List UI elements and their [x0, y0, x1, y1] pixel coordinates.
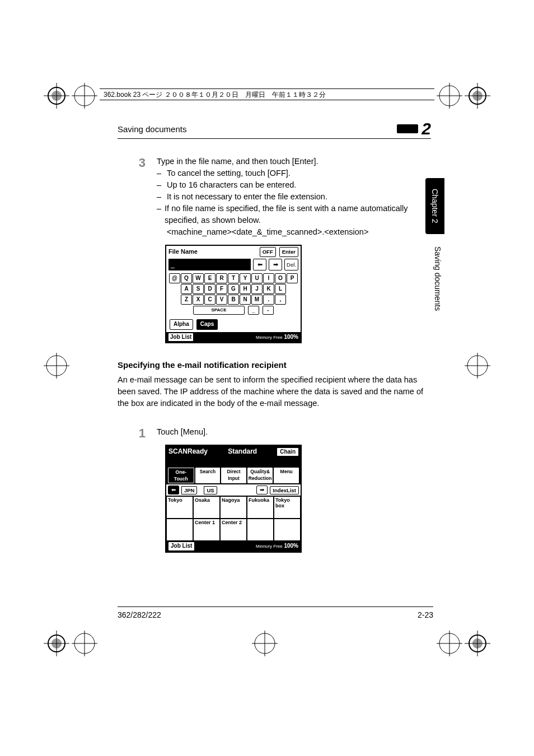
- tab[interactable]: Menu: [274, 468, 299, 484]
- memory-pct: 100%: [284, 543, 298, 549]
- tab[interactable]: Quality& Reduction: [247, 468, 273, 484]
- reg-cross: [72, 631, 97, 656]
- step-number: 1: [118, 426, 146, 553]
- loc-jpn[interactable]: JPN: [181, 486, 197, 495]
- lcd-scan-panel: SCANReady Standard Chain One-TouchSearch…: [165, 445, 302, 553]
- key[interactable]: Q: [181, 273, 192, 283]
- key[interactable]: E: [204, 273, 216, 283]
- ready-label: Ready: [188, 447, 208, 455]
- key[interactable]: M: [251, 295, 263, 305]
- key[interactable]: P: [287, 273, 298, 283]
- reg-cross: [252, 631, 278, 656]
- arrow-right-icon[interactable]: ➡: [269, 259, 282, 270]
- key[interactable]: @: [169, 273, 180, 283]
- lcd-keyboard-panel: File Name OFF Enter _ ⬅ ➡ Del. @QWERTYUI…: [165, 245, 302, 343]
- indexlist-button[interactable]: IndexList: [270, 486, 299, 495]
- footer-page: 2-23: [418, 610, 433, 619]
- reg-mark: [44, 83, 69, 109]
- key[interactable]: K: [263, 284, 274, 294]
- key[interactable]: N: [240, 295, 251, 305]
- tab-block: [397, 124, 418, 133]
- one-touch-cell[interactable]: [247, 519, 274, 541]
- key[interactable]: T: [228, 273, 239, 283]
- one-touch-cell[interactable]: Center 2: [220, 519, 247, 541]
- tab[interactable]: Search: [195, 468, 221, 484]
- reg-cross: [44, 353, 69, 379]
- arrow-left-icon[interactable]: ⬅: [253, 259, 266, 270]
- reg-cross: [72, 83, 97, 109]
- reg-mark: [44, 631, 69, 656]
- standard-label: Standard: [228, 447, 257, 456]
- one-touch-cell[interactable]: Tokyo box: [274, 496, 301, 519]
- loc-us[interactable]: US: [204, 486, 217, 495]
- one-touch-cell[interactable]: Tokyo: [166, 496, 193, 519]
- alpha-button[interactable]: Alpha: [170, 319, 193, 330]
- underscore-key[interactable]: _: [248, 306, 259, 315]
- reg-cross: [437, 83, 462, 109]
- step-number: 3: [118, 156, 146, 343]
- key[interactable]: ,: [275, 295, 286, 305]
- memory-label: Memory Free: [256, 335, 283, 340]
- key[interactable]: V: [216, 295, 227, 305]
- panel-title: File Name: [168, 248, 198, 256]
- key[interactable]: Z: [181, 295, 192, 305]
- filename-field[interactable]: _: [168, 259, 251, 270]
- side-running-head: Saving documents: [433, 246, 442, 311]
- step-lead: Type in the file name, and then touch [E…: [157, 156, 431, 167]
- key[interactable]: X: [193, 295, 204, 305]
- reg-mark: [465, 631, 490, 656]
- key[interactable]: F: [216, 284, 227, 294]
- key[interactable]: Y: [240, 273, 251, 283]
- key[interactable]: R: [216, 273, 227, 283]
- step-lead: Touch [Menu].: [157, 426, 431, 438]
- job-list-button[interactable]: Job List: [168, 542, 194, 550]
- arrow-left-icon[interactable]: ⬅: [168, 486, 179, 494]
- reg-mark: [465, 83, 490, 109]
- key[interactable]: C: [204, 295, 216, 305]
- key[interactable]: G: [228, 284, 239, 294]
- footer-model: 362/282/222: [118, 610, 161, 619]
- key[interactable]: L: [275, 284, 286, 294]
- one-touch-cell[interactable]: Center 1: [193, 519, 220, 541]
- key[interactable]: .: [263, 295, 274, 305]
- chain-button[interactable]: Chain: [277, 448, 298, 456]
- key[interactable]: O: [275, 273, 286, 283]
- key[interactable]: S: [193, 284, 204, 294]
- key[interactable]: A: [181, 284, 192, 294]
- caps-button[interactable]: Caps: [196, 319, 218, 330]
- tab[interactable]: Direct Input: [221, 468, 246, 484]
- step-bullet: Up to 16 characters can be entered.: [167, 179, 296, 191]
- memory-label: Memory Free: [256, 544, 283, 549]
- key[interactable]: I: [263, 273, 274, 283]
- filename-format: <machine_name><date_&_time_scanned>.<ext…: [167, 226, 431, 238]
- one-touch-cell[interactable]: Fukuoka: [247, 496, 274, 519]
- off-button[interactable]: OFF: [260, 247, 276, 257]
- tab[interactable]: One-Touch: [168, 468, 194, 484]
- one-touch-cell[interactable]: Osaka: [193, 496, 220, 519]
- one-touch-cell[interactable]: [274, 519, 301, 541]
- one-touch-cell[interactable]: [166, 519, 193, 541]
- key[interactable]: B: [228, 295, 239, 305]
- key[interactable]: D: [204, 284, 216, 294]
- step-bullet: It is not necessary to enter the file ex…: [167, 191, 327, 203]
- key[interactable]: W: [193, 273, 204, 283]
- running-head-left: Saving documents: [118, 124, 186, 134]
- key[interactable]: J: [251, 284, 263, 294]
- delete-button[interactable]: Del.: [284, 259, 298, 270]
- crop-meta: 362.book 23 ページ ２００８年１０月２０日 月曜日 午前１１時３２分: [104, 90, 326, 100]
- one-touch-cell[interactable]: Nagoya: [220, 496, 247, 519]
- reg-cross: [437, 631, 462, 656]
- memory-pct: 100%: [284, 334, 298, 340]
- key[interactable]: U: [251, 273, 263, 283]
- chapter-number: 2: [421, 120, 431, 137]
- step-bullet: To cancel the setting, touch [OFF].: [167, 167, 291, 179]
- mode-label: SCAN: [168, 447, 188, 455]
- arrow-right-icon[interactable]: ➡: [256, 486, 268, 494]
- job-list-button[interactable]: Job List: [168, 333, 193, 342]
- key[interactable]: H: [240, 284, 251, 294]
- space-key[interactable]: SPACE: [193, 306, 245, 315]
- hyphen-key[interactable]: -: [263, 306, 274, 315]
- step-bullet: If no file name is specified, the file i…: [165, 203, 431, 226]
- reg-cross: [465, 353, 490, 379]
- enter-button[interactable]: Enter: [279, 247, 298, 257]
